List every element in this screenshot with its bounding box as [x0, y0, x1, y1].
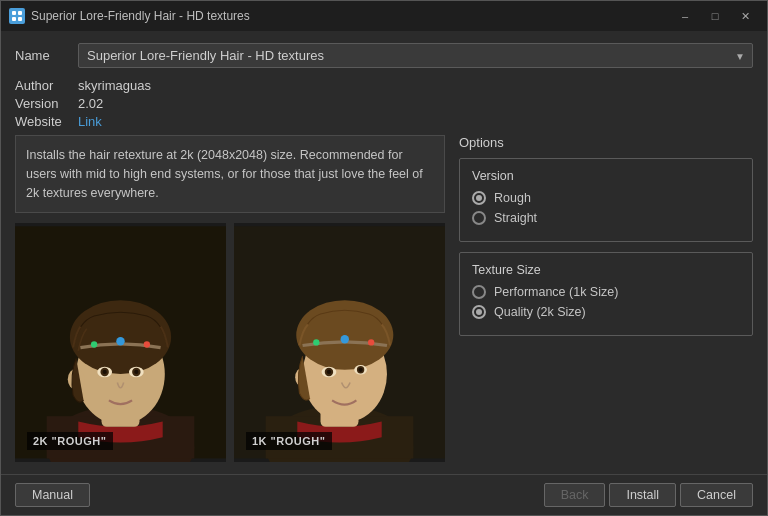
quality-label: Quality (2k Size) — [494, 305, 586, 319]
svg-rect-1 — [18, 11, 22, 15]
svg-point-27 — [313, 339, 319, 345]
svg-point-15 — [103, 370, 107, 374]
svg-point-35 — [358, 368, 362, 372]
options-title: Options — [459, 135, 753, 150]
manual-button[interactable]: Manual — [15, 483, 90, 507]
image2-label: 1K "ROUGH" — [246, 432, 332, 450]
cancel-button[interactable]: Cancel — [680, 483, 753, 507]
rough-label: Rough — [494, 191, 531, 205]
quality-radio-row[interactable]: Quality (2k Size) — [472, 305, 740, 319]
website-link[interactable]: Link — [78, 114, 102, 129]
version-label: Version — [15, 96, 70, 111]
window-controls: – □ ✕ — [671, 5, 759, 27]
svg-point-18 — [134, 370, 138, 374]
titlebar-left: Superior Lore-Friendly Hair - HD texture… — [9, 8, 250, 24]
images-area: 2K "ROUGH" — [15, 223, 445, 462]
svg-rect-3 — [18, 17, 22, 21]
svg-point-10 — [91, 342, 97, 348]
performance-label: Performance (1k Size) — [494, 285, 618, 299]
minimize-button[interactable]: – — [671, 5, 699, 27]
main-window: Superior Lore-Friendly Hair - HD texture… — [0, 0, 768, 516]
website-row: Website Link — [15, 114, 753, 129]
svg-rect-2 — [12, 17, 16, 21]
version-value: 2.02 — [78, 96, 103, 111]
name-label: Name — [15, 48, 70, 63]
texture-group-title: Texture Size — [472, 263, 740, 277]
right-panel: Options Version Rough Straight — [459, 135, 753, 462]
quality-radio[interactable] — [472, 305, 486, 319]
footer-left: Manual — [15, 483, 90, 507]
straight-radio[interactable] — [472, 211, 486, 225]
image-1-container: 2K "ROUGH" — [15, 223, 226, 462]
svg-point-29 — [368, 339, 374, 345]
website-label: Website — [15, 114, 70, 129]
meta-section: Author skyrimaguas Version 2.02 Website … — [15, 78, 753, 129]
install-button[interactable]: Install — [609, 483, 676, 507]
close-button[interactable]: ✕ — [731, 5, 759, 27]
app-icon — [9, 8, 25, 24]
author-value: skyrimaguas — [78, 78, 151, 93]
name-select-wrapper: Superior Lore-Friendly Hair - HD texture… — [78, 43, 753, 68]
version-row: Version 2.02 — [15, 96, 753, 111]
svg-rect-0 — [12, 11, 16, 15]
content-area: Name Superior Lore-Friendly Hair - HD te… — [1, 31, 767, 474]
footer-right: Back Install Cancel — [544, 483, 753, 507]
description-text: Installs the hair retexture at 2k (2048x… — [26, 148, 423, 200]
back-button[interactable]: Back — [544, 483, 606, 507]
svg-point-11 — [116, 337, 124, 345]
svg-point-32 — [327, 370, 331, 374]
author-label: Author — [15, 78, 70, 93]
performance-radio[interactable] — [472, 285, 486, 299]
window-title: Superior Lore-Friendly Hair - HD texture… — [31, 9, 250, 23]
maximize-button[interactable]: □ — [701, 5, 729, 27]
svg-point-28 — [341, 335, 349, 343]
version-group-title: Version — [472, 169, 740, 183]
mod-name-select[interactable]: Superior Lore-Friendly Hair - HD texture… — [78, 43, 753, 68]
version-group: Version Rough Straight — [459, 158, 753, 242]
svg-point-12 — [144, 342, 150, 348]
description-box: Installs the hair retexture at 2k (2048x… — [15, 135, 445, 213]
footer: Manual Back Install Cancel — [1, 474, 767, 515]
straight-label: Straight — [494, 211, 537, 225]
rough-radio[interactable] — [472, 191, 486, 205]
rough-radio-row[interactable]: Rough — [472, 191, 740, 205]
main-area: Installs the hair retexture at 2k (2048x… — [15, 135, 753, 462]
straight-radio-row[interactable]: Straight — [472, 211, 740, 225]
texture-group: Texture Size Performance (1k Size) Quali… — [459, 252, 753, 336]
name-row: Name Superior Lore-Friendly Hair - HD te… — [15, 43, 753, 68]
performance-radio-row[interactable]: Performance (1k Size) — [472, 285, 740, 299]
image-2-container: 1K "ROUGH" — [234, 223, 445, 462]
image1-label: 2K "ROUGH" — [27, 432, 113, 450]
titlebar: Superior Lore-Friendly Hair - HD texture… — [1, 1, 767, 31]
left-panel: Installs the hair retexture at 2k (2048x… — [15, 135, 445, 462]
author-row: Author skyrimaguas — [15, 78, 753, 93]
